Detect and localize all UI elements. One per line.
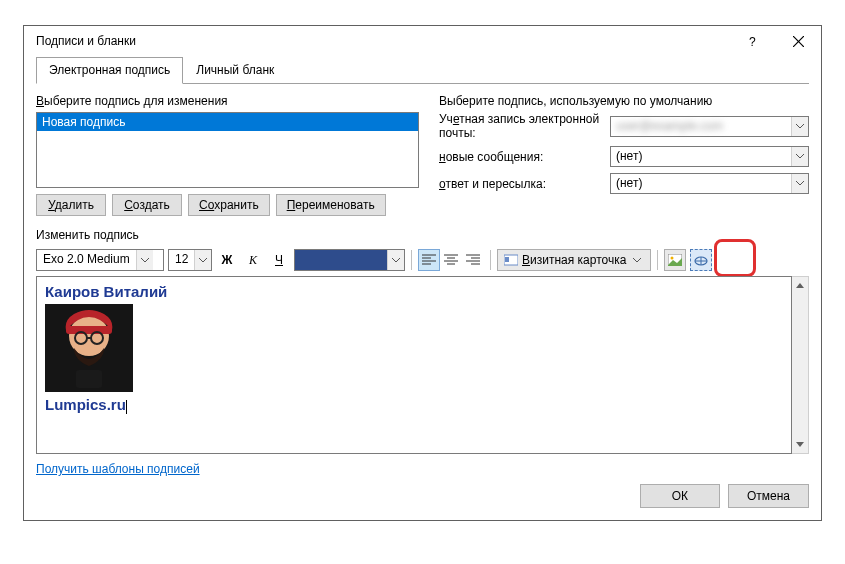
align-right-button[interactable]: [462, 249, 484, 271]
account-value: user@example.com: [611, 117, 791, 136]
chevron-down-icon: [387, 250, 404, 270]
editor-avatar: [45, 304, 133, 392]
text-cursor: [126, 400, 127, 414]
align-left-button[interactable]: [418, 249, 440, 271]
signature-item[interactable]: Новая подпись: [37, 113, 418, 131]
new-msg-label: новые сообщения:: [439, 150, 604, 164]
svg-rect-23: [66, 326, 112, 334]
bizcard-label: Визитная карточка: [522, 253, 626, 267]
editor-name: Каиров Виталий: [45, 283, 783, 300]
content: Электронная подпись Личный бланк Выберит…: [24, 56, 821, 520]
size-combo[interactable]: 12: [168, 249, 212, 271]
italic-button[interactable]: К: [242, 249, 264, 271]
new-button[interactable]: Создать: [112, 194, 182, 216]
chevron-down-icon: [791, 117, 808, 136]
account-combo[interactable]: user@example.com: [610, 116, 809, 137]
color-swatch: [295, 250, 387, 270]
chevron-down-icon: [791, 174, 808, 193]
separator: [411, 250, 412, 270]
font-combo[interactable]: Exo 2.0 Medium: [36, 249, 164, 271]
reply-combo[interactable]: (нет): [610, 173, 809, 194]
editor-site: Lumpics.ru: [45, 396, 126, 413]
templates-link[interactable]: Получить шаблоны подписей: [36, 462, 200, 476]
signature-listbox[interactable]: Новая подпись: [36, 112, 419, 188]
scroll-up-icon[interactable]: [792, 277, 808, 294]
svg-rect-27: [76, 370, 102, 388]
delete-button[interactable]: Удалить: [36, 194, 106, 216]
reply-value: (нет): [611, 174, 791, 193]
business-card-button[interactable]: Визитная карточка: [497, 249, 651, 271]
ok-button[interactable]: ОК: [640, 484, 720, 508]
bold-button[interactable]: Ж: [216, 249, 238, 271]
card-icon: [504, 254, 518, 266]
reply-label: ответ и пересылка:: [439, 177, 604, 191]
separator: [657, 250, 658, 270]
separator: [490, 250, 491, 270]
tab-bar: Электронная подпись Личный бланк: [36, 56, 809, 84]
default-sig-label: Выберите подпись, используемую по умолча…: [439, 94, 809, 108]
scroll-track[interactable]: [792, 294, 808, 436]
save-button[interactable]: Сохранить: [188, 194, 270, 216]
close-button[interactable]: [776, 26, 821, 56]
edit-sig-label: Изменить подпись: [36, 228, 809, 242]
chevron-down-icon: [194, 250, 211, 270]
svg-point-18: [671, 257, 674, 260]
svg-rect-16: [505, 257, 509, 262]
insert-image-button[interactable]: [664, 249, 686, 271]
chevron-down-icon: [136, 250, 153, 270]
templates-link-row: Получить шаблоны подписей: [36, 462, 809, 476]
font-value: Exo 2.0 Medium: [37, 250, 136, 270]
new-msg-value: (нет): [611, 147, 791, 166]
dialog: Подписи и бланки ? Электронная подпись Л…: [23, 25, 822, 521]
rename-button[interactable]: Переименовать: [276, 194, 386, 216]
account-label: Учетная запись электронной почты:: [439, 112, 604, 140]
cancel-button[interactable]: Отмена: [728, 484, 809, 508]
titlebar: Подписи и бланки ?: [24, 26, 821, 56]
underline-button[interactable]: Ч: [268, 249, 290, 271]
new-msg-combo[interactable]: (нет): [610, 146, 809, 167]
chevron-down-icon: [791, 147, 808, 166]
window-title: Подписи и бланки: [36, 34, 731, 48]
svg-text:?: ?: [749, 35, 756, 48]
chevron-down-icon: [630, 258, 644, 263]
highlight-annotation: [714, 239, 756, 277]
scroll-down-icon[interactable]: [792, 436, 808, 453]
font-color-combo[interactable]: [294, 249, 405, 271]
tab-stationery[interactable]: Личный бланк: [183, 57, 287, 84]
scrollbar[interactable]: [792, 276, 809, 454]
signature-editor[interactable]: Каиров Виталий Lumpics.ru: [36, 276, 792, 454]
tab-signature[interactable]: Электронная подпись: [36, 57, 183, 84]
size-value: 12: [169, 250, 194, 270]
choose-sig-label: Выберите подпись для изменения: [36, 94, 419, 108]
align-center-button[interactable]: [440, 249, 462, 271]
help-button[interactable]: ?: [731, 26, 776, 56]
toolbar: Exo 2.0 Medium 12 Ж К Ч: [36, 246, 809, 274]
insert-link-button[interactable]: [690, 249, 712, 271]
